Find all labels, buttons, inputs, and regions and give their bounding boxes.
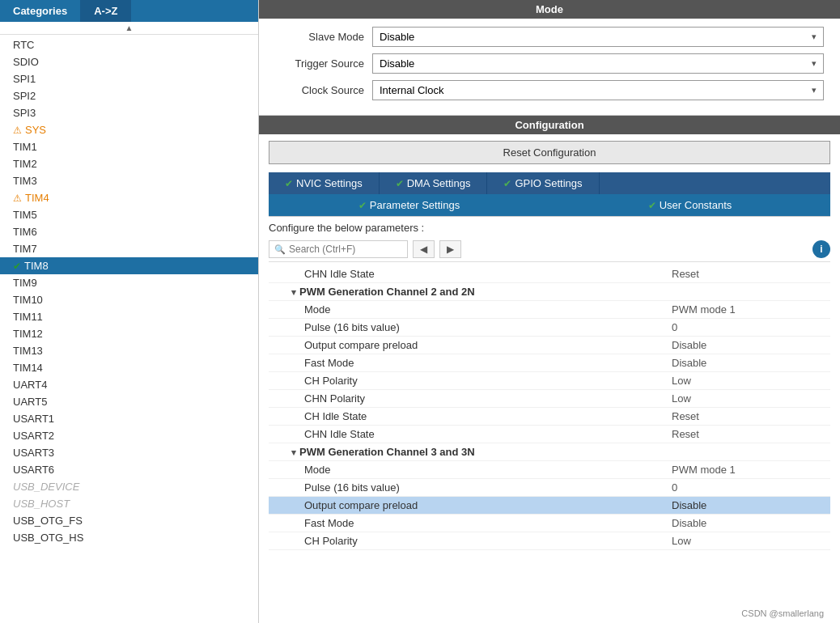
- param-row: Output compare preloadDisable: [269, 337, 830, 354]
- tab-nvic-settings[interactable]: ✔NVIC Settings: [269, 172, 380, 194]
- sidebar-item-uart5[interactable]: UART5: [0, 393, 258, 410]
- sidebar-item-tim11[interactable]: TIM11: [0, 308, 258, 325]
- sidebar-item-tim2[interactable]: TIM2: [0, 155, 258, 172]
- sidebar-item-usbotghs[interactable]: USB_OTG_HS: [0, 529, 258, 546]
- sidebar-item-tim10[interactable]: TIM10: [0, 291, 258, 308]
- param-name: Fast Mode: [272, 357, 665, 369]
- next-nav-button[interactable]: ▶: [439, 240, 461, 258]
- param-name: Fast Mode: [272, 517, 665, 529]
- tab-dma-settings[interactable]: ✔DMA Settings: [380, 172, 488, 194]
- sidebar-item-tim1[interactable]: TIM1: [0, 138, 258, 155]
- param-name: Output compare preload: [272, 499, 665, 511]
- param-name-text: Fast Mode: [304, 517, 354, 529]
- sidebar-item-sdio[interactable]: SDIO: [0, 53, 258, 70]
- sidebar-item-label: UART5: [13, 396, 47, 408]
- sidebar-item-tim5[interactable]: TIM5: [0, 206, 258, 223]
- mode-row-slave-mode: Slave ModeDisable▾: [275, 27, 824, 47]
- search-input-wrap: 🔍: [269, 240, 408, 258]
- chevron-up-icon: ▲: [125, 23, 134, 32]
- sidebar-item-tim9[interactable]: TIM9: [0, 274, 258, 291]
- tab-label: NVIC Settings: [296, 177, 363, 189]
- mode-select-clock-source[interactable]: Internal Clock▾: [372, 80, 824, 100]
- param-name-text: Output compare preload: [304, 339, 418, 351]
- tab-label: DMA Settings: [407, 177, 471, 189]
- sidebar-item-spi2[interactable]: SPI2: [0, 87, 258, 104]
- tab2-parameter-settings[interactable]: ✔Parameter Settings: [269, 194, 549, 216]
- sidebar-item-label: TIM1: [13, 141, 37, 153]
- sidebar-item-label: TIM5: [13, 209, 37, 221]
- info-button[interactable]: i: [812, 240, 830, 258]
- reset-config-button[interactable]: Reset Configuration: [269, 141, 830, 164]
- sidebar-item-tim14[interactable]: TIM14: [0, 359, 258, 376]
- sidebar-item-usbotgfs[interactable]: USB_OTG_FS: [0, 512, 258, 529]
- mode-section: Slave ModeDisable▾Trigger SourceDisable▾…: [259, 19, 840, 116]
- sidebar-tabs: CategoriesA->Z: [0, 0, 258, 22]
- search-input[interactable]: [289, 244, 402, 255]
- sidebar-item-rtc[interactable]: RTC: [0, 36, 258, 53]
- sidebar-item-usart6[interactable]: USART6: [0, 461, 258, 478]
- sidebar-item-usbhost[interactable]: USB_HOST: [0, 495, 258, 512]
- tab-check-icon: ✔: [285, 178, 293, 189]
- param-row: CH PolarityLow: [269, 372, 830, 390]
- mode-select-slave-mode[interactable]: Disable▾: [372, 27, 824, 47]
- sidebar-tab-categories[interactable]: Categories: [0, 0, 81, 22]
- param-value: 0: [665, 321, 827, 333]
- mode-row-clock-source: Clock SourceInternal Clock▾: [275, 80, 824, 100]
- sidebar-scroll-up[interactable]: ▲: [0, 22, 258, 35]
- sidebar-item-tim3[interactable]: TIM3: [0, 172, 258, 189]
- sidebar-item-tim8[interactable]: ✔TIM8: [0, 257, 258, 274]
- tab2-label: Parameter Settings: [370, 199, 460, 211]
- param-row: Fast ModeDisable: [269, 515, 830, 532]
- param-name: CHN Idle State: [272, 428, 665, 440]
- param-row: CH PolarityLow: [269, 532, 830, 550]
- prev-nav-button[interactable]: ◀: [413, 240, 435, 258]
- sidebar-item-tim6[interactable]: TIM6: [0, 223, 258, 240]
- warning-icon: ⚠: [13, 125, 22, 136]
- sidebar-item-label: SPI2: [13, 90, 36, 102]
- param-value: Low: [665, 392, 827, 405]
- sidebar-item-spi1[interactable]: SPI1: [0, 70, 258, 87]
- sidebar-item-sys[interactable]: ⚠SYS: [0, 121, 258, 138]
- param-name-text: Pulse (16 bits value): [304, 321, 400, 333]
- sidebar-item-label: TIM6: [13, 226, 37, 238]
- mode-select-value: Disable: [380, 31, 414, 43]
- tab2-user-constants[interactable]: ✔User Constants: [549, 194, 830, 216]
- sidebar-item-label: TIM13: [13, 345, 43, 357]
- param-row[interactable]: Output compare preloadDisable: [269, 497, 830, 515]
- check-icon: ✔: [13, 261, 21, 272]
- param-name-text: Mode: [304, 464, 331, 476]
- sidebar-item-usart2[interactable]: USART2: [0, 427, 258, 444]
- search-icon: 🔍: [274, 244, 286, 255]
- param-name: ▾PWM Generation Channel 3 and 3N: [272, 446, 827, 458]
- sidebar-item-label: USB_OTG_HS: [13, 532, 83, 544]
- sidebar-item-tim7[interactable]: TIM7: [0, 240, 258, 257]
- mode-select-trigger-source[interactable]: Disable▾: [372, 53, 824, 74]
- sidebar-item-tim13[interactable]: TIM13: [0, 342, 258, 359]
- param-name-text: CHN Polarity: [304, 392, 365, 405]
- config-section: Configuration Reset Configuration ✔NVIC …: [259, 116, 840, 623]
- sidebar-item-label: USART1: [13, 413, 54, 425]
- mode-label: Trigger Source: [275, 57, 372, 70]
- param-name: Pulse (16 bits value): [272, 481, 665, 494]
- expand-arrow-icon[interactable]: ▾: [291, 287, 296, 297]
- sidebar-item-uart4[interactable]: UART4: [0, 376, 258, 393]
- sidebar-item-usart1[interactable]: USART1: [0, 410, 258, 427]
- param-row: ModePWM mode 1: [269, 461, 830, 479]
- tab2-label: User Constants: [660, 199, 732, 211]
- watermark: CSDN @smallerlang: [741, 608, 824, 618]
- sidebar-item-label: TIM12: [13, 328, 43, 340]
- sidebar-item-tim4[interactable]: ⚠TIM4: [0, 189, 258, 206]
- mode-select-value: Internal Clock: [380, 84, 443, 96]
- param-row: Fast ModeDisable: [269, 354, 830, 372]
- sidebar-item-tim12[interactable]: TIM12: [0, 325, 258, 342]
- param-row: CHN Idle StateReset: [269, 426, 830, 443]
- tab-gpio-settings[interactable]: ✔GPIO Settings: [487, 172, 599, 194]
- sidebar-item-spi3[interactable]: SPI3: [0, 104, 258, 121]
- expand-arrow-icon[interactable]: ▾: [291, 447, 296, 457]
- param-table: CHN Idle StateReset▾PWM Generation Chann…: [269, 265, 830, 623]
- sidebar-item-usbdevice[interactable]: USB_DEVICE: [0, 478, 258, 495]
- sidebar-item-usart3[interactable]: USART3: [0, 444, 258, 461]
- sidebar-tab-az[interactable]: A->Z: [81, 0, 131, 22]
- param-value: 0: [665, 481, 827, 494]
- sidebar-item-label: USB_OTG_FS: [13, 515, 83, 527]
